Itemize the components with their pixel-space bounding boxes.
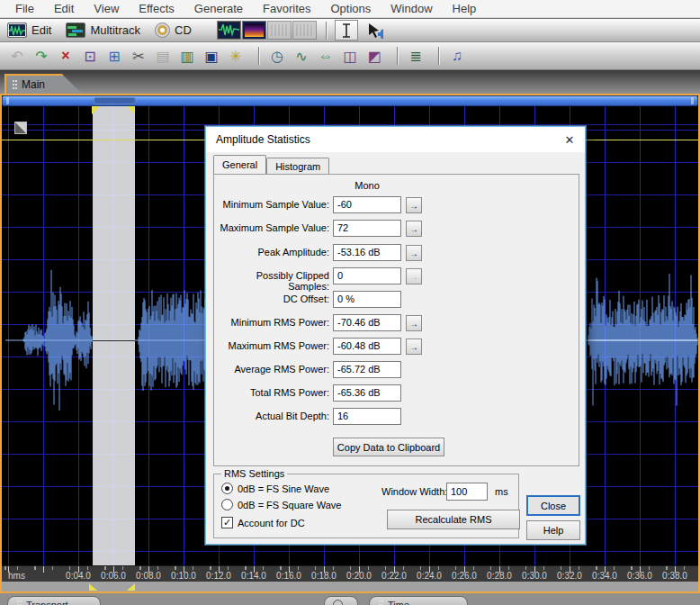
ruler-tick-label: 0:18.0 [304,571,344,581]
goto-arrow-button[interactable]: → [406,245,422,261]
ruler-tick-label: 0:08.0 [129,571,168,581]
trim-icon[interactable]: ⊡ [80,46,100,66]
group-clips-icon[interactable]: ◩ [364,46,384,66]
stat-value-box[interactable]: 16 [333,408,401,425]
stat-row-max-rms: Maximum RMS Power: -60.48 dB → [214,338,579,356]
ruler-tick-label: 0:30.0 [515,571,554,581]
close-button[interactable]: Close [526,495,580,516]
stat-value-box[interactable]: -70.46 dB [333,314,401,331]
goto-arrow-button[interactable]: → [406,339,422,355]
document-tab-bar: Main [0,70,700,94]
menu-generate[interactable]: Generate [184,0,253,18]
copy-to-new-icon[interactable]: ▣ [202,46,221,66]
spectral-pan-view-button [267,21,292,40]
edit-view-button[interactable]: Edit [7,23,51,38]
goto-arrow-button[interactable]: → [406,221,422,237]
tab-general[interactable]: General [213,155,266,174]
time-panel-tab[interactable]: Time [369,596,468,605]
stat-value-box[interactable]: -53.16 dB [333,244,401,261]
multitrack-icon [66,23,85,38]
menu-help[interactable]: Help [443,0,487,18]
menu-favorites[interactable]: Favorites [253,0,320,18]
clip-corner-icon [14,122,27,134]
redo-icon[interactable]: ↷ [31,46,51,66]
selection-start-handle[interactable] [92,106,100,114]
radio-square-wave[interactable]: 0dB = FS Square Wave [221,499,341,510]
timed-record-icon[interactable]: ◷ [267,46,287,66]
insert-to-multitrack-icon[interactable]: ✳ [226,46,246,66]
recalculate-rms-button[interactable]: Recalculate RMS [387,510,520,529]
stat-row-peak-amplitude: Peak Amplitude: -53.16 dB → [214,244,579,262]
selection-marker-strip [2,582,698,591]
stat-value-box[interactable]: -60 [333,196,401,213]
time-ruler[interactable]: hms 0:04.0 0:06.0 0:08.0 0:10.0 0:12.0 0… [2,565,698,582]
envelope-icon[interactable]: ∿ [292,46,311,66]
stat-value-box[interactable]: 72 [333,220,401,237]
copy-icon[interactable]: ⊞ [104,46,124,66]
hybrid-tool-button[interactable] [363,20,387,41]
selection-start-marker[interactable] [89,583,97,591]
window-width-input[interactable] [446,483,488,501]
dialog-close-icon[interactable]: ✕ [554,127,585,152]
ruler-tick-label: 0:10.0 [164,571,203,581]
normalize-icon[interactable]: ◫ [340,46,360,66]
menu-edit[interactable]: Edit [44,0,84,18]
multitrack-view-label: Multitrack [90,23,140,37]
tab-histogram[interactable]: Histogram [266,158,329,174]
stat-value-box[interactable]: -60.48 dB [333,338,401,355]
account-for-dc-checkbox[interactable]: ✓ Account for DC [221,517,305,528]
waveform-view-button[interactable] [217,21,241,40]
time-selection-region[interactable] [93,106,135,565]
spectral-view-button[interactable] [242,21,266,40]
copy-data-button[interactable]: Copy Data to Clipboard [333,438,444,456]
amplitude-statistics-dialog: Amplitude Statistics ✕ General Histogram… [205,126,586,545]
goto-arrow-button[interactable]: → [406,315,422,331]
multitrack-view-button[interactable]: Multitrack [66,23,140,38]
spectral-pan-icon [271,24,288,36]
dialog-title: Amplitude Statistics [206,133,310,146]
scrollbar-selection-indicator [94,97,136,104]
radio-icon[interactable] [221,483,233,494]
stat-value-box[interactable]: -65.36 dB [333,384,401,402]
selection-end-marker[interactable] [127,583,135,591]
time-selection-tool-button[interactable] [335,20,358,41]
radio-icon[interactable] [221,499,233,510]
notes-icon[interactable]: ♫ [447,46,467,66]
checkbox-icon[interactable]: ✓ [221,517,233,528]
menu-options[interactable]: Options [321,0,381,18]
menu-effects[interactable]: Effects [129,0,184,18]
mixer-icon[interactable]: ≣ [406,46,426,66]
toolbar-separator [258,47,259,65]
menu-window[interactable]: Window [381,0,442,18]
cut-icon[interactable]: ✂ [129,46,148,66]
cd-view-button[interactable]: CD [155,23,192,38]
stat-value-box[interactable]: -65.72 dB [333,361,401,378]
menu-view[interactable]: View [84,0,129,18]
delete-selection-icon[interactable]: × [56,46,76,66]
dialog-title-bar[interactable]: Amplitude Statistics ✕ [206,127,585,152]
scrollbar-right-cap[interactable] [691,97,694,104]
stat-label: Maximum Sample Value: [214,222,329,233]
radio-sine-wave[interactable]: 0dB = FS Sine Wave [221,483,329,494]
ruler-tick-label: 0:04.0 [58,571,98,581]
paste-mix-icon[interactable]: ▥ [177,46,197,66]
selection-end-handle[interactable] [127,106,135,114]
play-button-pill[interactable] [324,596,358,605]
action-toolbar: ↶ ↷ × ⊡ ⊞ ✂ ▤ ▥ ▣ ✳ ◷ ∿ ⇔ ◫ ◩ ≣ ♫ [0,42,700,70]
grip-icon [16,600,22,605]
rms-settings-group: RMS Settings 0dB = FS Sine Wave 0dB = FS… [213,474,519,538]
help-button[interactable]: Help [526,520,580,540]
stat-value-box[interactable]: 0 [333,267,401,284]
app-window: File Edit View Effects Generate Favorite… [0,0,700,605]
transport-panel-tab[interactable]: Transport [7,596,101,605]
stretch-icon[interactable]: ⇔ [316,46,336,66]
horizontal-zoom-scrollbar[interactable] [2,95,698,106]
stat-value-box[interactable]: 0 % [333,291,401,308]
main-tab-label: Main [22,78,45,91]
scrollbar-left-cap[interactable] [6,97,9,104]
tab-main[interactable]: Main [4,74,82,94]
goto-arrow-button[interactable]: → [406,197,422,213]
menu-file[interactable]: File [5,0,44,18]
stat-row-max-sample: Maximum Sample Value: 72 → [214,220,579,238]
stat-label: Actual Bit Depth: [214,411,329,421]
